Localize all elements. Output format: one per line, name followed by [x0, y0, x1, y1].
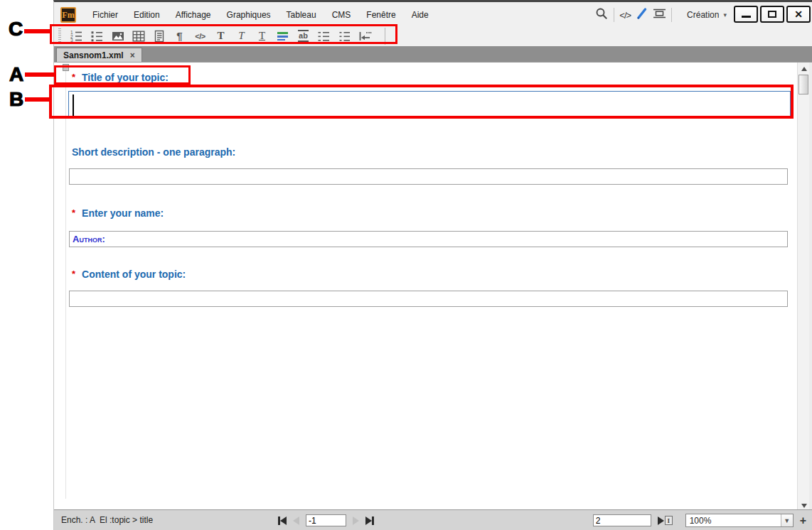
view-tools: </> Création ▾ — [595, 4, 727, 26]
divider — [614, 8, 614, 22]
required-asterisk: * — [72, 269, 75, 278]
zoom-level-value: 100% — [686, 516, 781, 526]
zoom-in-button[interactable]: + — [800, 515, 806, 526]
author-view-pen-icon[interactable] — [636, 7, 648, 23]
previous-page-button[interactable] — [293, 517, 299, 525]
zoom-controls: I 100% ▼ + — [593, 510, 806, 530]
counter-input[interactable] — [593, 514, 651, 526]
scroll-up-button[interactable] — [798, 63, 810, 75]
close-button[interactable]: ✕ — [786, 6, 811, 23]
content-input[interactable] — [69, 291, 788, 307]
menu-cms[interactable]: CMS — [324, 5, 359, 25]
annotation-line-b — [25, 97, 50, 102]
annotation-line-c — [24, 29, 51, 33]
menu-affichage[interactable]: Affichage — [168, 5, 219, 25]
window-edge-gutter — [809, 63, 812, 512]
annotation-line-a — [25, 72, 55, 77]
insertion-point-icon[interactable]: I — [658, 516, 673, 525]
annotation-letter-c: C — [9, 19, 23, 39]
annotation-box-a — [54, 65, 191, 85]
text-frame-edge — [65, 71, 66, 499]
minimize-icon — [742, 16, 751, 18]
annotation-letter-a: A — [9, 65, 23, 85]
arrow-down-icon — [801, 504, 807, 508]
scrollbar-thumb[interactable] — [798, 75, 808, 94]
annotation-box-c — [50, 24, 397, 44]
vertical-scrollbar[interactable] — [797, 63, 809, 512]
annotation-letter-b: B — [9, 90, 23, 109]
zoom-dropdown-button[interactable]: ▼ — [781, 514, 793, 526]
menu-tableau[interactable]: Tableau — [279, 5, 324, 25]
search-icon[interactable] — [595, 7, 609, 23]
minimize-button[interactable] — [734, 6, 758, 23]
author-input[interactable]: Author: — [69, 231, 788, 247]
menu-fichier[interactable]: Fichier — [85, 5, 126, 25]
author-field-label: * Enter your name: — [72, 207, 164, 220]
first-page-button[interactable] — [278, 517, 287, 525]
tab-sansnom1-xml[interactable]: Sansnom1.xml × — [56, 48, 142, 62]
framemaker-app-icon[interactable]: Fm — [60, 7, 76, 23]
required-asterisk: * — [72, 208, 75, 217]
flow-element-path: Ench. : A El :topic > title — [61, 515, 153, 525]
menu-graphiques[interactable]: Graphiques — [219, 5, 279, 25]
chevron-down-icon: ▾ — [723, 11, 727, 18]
arrow-up-icon — [801, 67, 807, 71]
tab-label: Sansnom1.xml — [63, 50, 124, 60]
menu-fenetre[interactable]: Fenêtre — [358, 5, 403, 25]
document-tab-bar: Sansnom1.xml × — [54, 46, 812, 62]
menu-edition[interactable]: Edition — [126, 5, 168, 25]
divider — [671, 8, 672, 22]
content-field-label: * Content of your topic: — [72, 269, 186, 281]
author-prefix-text: Author: — [73, 232, 787, 247]
document-canvas: * Title of your topic: Short description… — [54, 62, 812, 512]
short-description-input[interactable] — [69, 168, 788, 185]
wysiwyg-view-icon[interactable] — [653, 7, 666, 23]
maximize-button[interactable] — [760, 6, 784, 23]
window-controls: ✕ — [734, 6, 811, 23]
zoom-level-combobox[interactable]: 100% ▼ — [685, 514, 794, 527]
workspace-selector[interactable]: Création ▾ — [687, 10, 727, 20]
maximize-icon — [768, 11, 776, 18]
chevron-down-icon: ▼ — [784, 517, 790, 524]
annotation-box-b — [49, 85, 794, 119]
title-menu-bar: Fm Fichier Edition Affichage Graphiques … — [54, 4, 812, 26]
short-description-label: Short description - one paragraph: — [72, 146, 235, 158]
close-icon: ✕ — [794, 9, 803, 19]
menu-bar: Fichier Edition Affichage Graphiques Tab… — [85, 5, 437, 25]
workspace-label: Création — [687, 10, 719, 20]
status-bar: Ench. : A El :topic > title I 100% ▼ — [54, 509, 812, 530]
last-page-button[interactable] — [365, 517, 374, 525]
page-number-input[interactable] — [306, 514, 346, 526]
menu-aide[interactable]: Aide — [404, 5, 437, 25]
next-page-button[interactable] — [353, 517, 359, 525]
tab-close-icon[interactable]: × — [130, 51, 135, 60]
page-navigation — [278, 510, 374, 530]
screenshot-stage: Fm Fichier Edition Affichage Graphiques … — [0, 0, 812, 530]
markup-view-icon[interactable]: </> — [619, 10, 631, 21]
